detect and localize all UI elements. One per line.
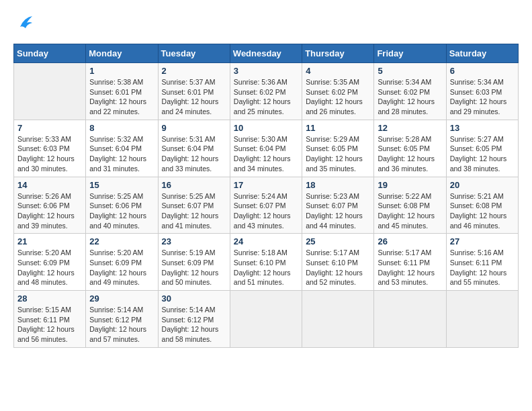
calendar-cell: 30Sunrise: 5:14 AM Sunset: 6:12 PM Dayli… bbox=[158, 291, 230, 348]
calendar-cell: 15Sunrise: 5:25 AM Sunset: 6:06 PM Dayli… bbox=[86, 177, 158, 234]
day-number: 12 bbox=[378, 123, 442, 133]
day-number: 29 bbox=[89, 293, 154, 304]
day-number: 6 bbox=[450, 66, 515, 76]
calendar-cell: 3Sunrise: 5:36 AM Sunset: 6:02 PM Daylig… bbox=[230, 63, 302, 120]
day-number: 11 bbox=[306, 123, 370, 133]
day-number: 3 bbox=[234, 66, 298, 76]
day-info: Sunrise: 5:34 AM Sunset: 6:03 PM Dayligh… bbox=[450, 77, 515, 117]
day-info: Sunrise: 5:14 AM Sunset: 6:12 PM Dayligh… bbox=[162, 305, 226, 345]
day-number: 23 bbox=[162, 236, 226, 246]
day-number: 16 bbox=[162, 180, 226, 190]
calendar-cell: 17Sunrise: 5:24 AM Sunset: 6:07 PM Dayli… bbox=[230, 177, 302, 234]
day-number: 30 bbox=[162, 293, 226, 304]
calendar-cell: 10Sunrise: 5:30 AM Sunset: 6:04 PM Dayli… bbox=[230, 120, 302, 177]
calendar-cell: 26Sunrise: 5:17 AM Sunset: 6:11 PM Dayli… bbox=[374, 234, 446, 291]
calendar-cell: 1Sunrise: 5:38 AM Sunset: 6:01 PM Daylig… bbox=[86, 63, 158, 120]
day-info: Sunrise: 5:38 AM Sunset: 6:01 PM Dayligh… bbox=[89, 77, 154, 117]
day-number: 17 bbox=[234, 180, 298, 190]
calendar-cell: 7Sunrise: 5:33 AM Sunset: 6:03 PM Daylig… bbox=[14, 120, 86, 177]
day-info: Sunrise: 5:30 AM Sunset: 6:04 PM Dayligh… bbox=[234, 134, 298, 174]
page-header bbox=[13, 13, 519, 37]
day-number: 13 bbox=[450, 123, 515, 133]
calendar-cell: 25Sunrise: 5:17 AM Sunset: 6:10 PM Dayli… bbox=[302, 234, 374, 291]
calendar-cell: 13Sunrise: 5:27 AM Sunset: 6:05 PM Dayli… bbox=[446, 120, 518, 177]
day-info: Sunrise: 5:26 AM Sunset: 6:06 PM Dayligh… bbox=[17, 191, 82, 231]
calendar-cell bbox=[446, 291, 518, 348]
day-info: Sunrise: 5:21 AM Sunset: 6:08 PM Dayligh… bbox=[450, 191, 515, 231]
calendar-cell: 2Sunrise: 5:37 AM Sunset: 6:01 PM Daylig… bbox=[158, 63, 230, 120]
logo-bird-icon bbox=[15, 13, 34, 37]
day-info: Sunrise: 5:14 AM Sunset: 6:12 PM Dayligh… bbox=[89, 305, 154, 345]
calendar-cell: 4Sunrise: 5:35 AM Sunset: 6:02 PM Daylig… bbox=[302, 63, 374, 120]
day-number: 7 bbox=[17, 123, 82, 133]
calendar-cell: 12Sunrise: 5:28 AM Sunset: 6:05 PM Dayli… bbox=[374, 120, 446, 177]
day-info: Sunrise: 5:25 AM Sunset: 6:06 PM Dayligh… bbox=[89, 191, 154, 231]
day-number: 1 bbox=[89, 66, 154, 76]
day-info: Sunrise: 5:27 AM Sunset: 6:05 PM Dayligh… bbox=[450, 134, 515, 174]
header-saturday: Saturday bbox=[446, 44, 518, 63]
day-info: Sunrise: 5:22 AM Sunset: 6:08 PM Dayligh… bbox=[378, 191, 442, 231]
day-number: 21 bbox=[17, 236, 82, 246]
day-info: Sunrise: 5:29 AM Sunset: 6:05 PM Dayligh… bbox=[306, 134, 370, 174]
day-number: 18 bbox=[306, 180, 370, 190]
day-number: 8 bbox=[89, 123, 154, 133]
day-number: 27 bbox=[450, 236, 515, 246]
day-info: Sunrise: 5:17 AM Sunset: 6:10 PM Dayligh… bbox=[306, 248, 370, 287]
week-row-2: 14Sunrise: 5:26 AM Sunset: 6:06 PM Dayli… bbox=[14, 177, 519, 234]
day-info: Sunrise: 5:20 AM Sunset: 6:09 PM Dayligh… bbox=[17, 248, 82, 287]
day-number: 14 bbox=[17, 180, 82, 190]
header-row: Sunday Monday Tuesday Wednesday Thursday… bbox=[14, 44, 519, 63]
header-tuesday: Tuesday bbox=[158, 44, 230, 63]
calendar-cell: 14Sunrise: 5:26 AM Sunset: 6:06 PM Dayli… bbox=[14, 177, 86, 234]
day-number: 25 bbox=[306, 236, 370, 246]
day-info: Sunrise: 5:25 AM Sunset: 6:07 PM Dayligh… bbox=[162, 191, 226, 231]
calendar-cell: 28Sunrise: 5:15 AM Sunset: 6:11 PM Dayli… bbox=[14, 291, 86, 348]
calendar-cell: 27Sunrise: 5:16 AM Sunset: 6:11 PM Dayli… bbox=[446, 234, 518, 291]
calendar-cell bbox=[230, 291, 302, 348]
calendar-body: 1Sunrise: 5:38 AM Sunset: 6:01 PM Daylig… bbox=[14, 63, 519, 348]
day-number: 24 bbox=[234, 236, 298, 246]
day-number: 2 bbox=[162, 66, 226, 76]
day-number: 19 bbox=[378, 180, 442, 190]
day-info: Sunrise: 5:35 AM Sunset: 6:02 PM Dayligh… bbox=[306, 77, 370, 117]
day-info: Sunrise: 5:18 AM Sunset: 6:10 PM Dayligh… bbox=[234, 248, 298, 287]
day-info: Sunrise: 5:34 AM Sunset: 6:02 PM Dayligh… bbox=[378, 77, 442, 117]
logo bbox=[13, 13, 34, 37]
day-info: Sunrise: 5:32 AM Sunset: 6:04 PM Dayligh… bbox=[89, 134, 154, 174]
day-number: 9 bbox=[162, 123, 226, 133]
header-monday: Monday bbox=[86, 44, 158, 63]
day-info: Sunrise: 5:31 AM Sunset: 6:04 PM Dayligh… bbox=[162, 134, 226, 174]
calendar-cell: 20Sunrise: 5:21 AM Sunset: 6:08 PM Dayli… bbox=[446, 177, 518, 234]
day-info: Sunrise: 5:17 AM Sunset: 6:11 PM Dayligh… bbox=[378, 248, 442, 287]
day-info: Sunrise: 5:24 AM Sunset: 6:07 PM Dayligh… bbox=[234, 191, 298, 231]
header-friday: Friday bbox=[374, 44, 446, 63]
day-info: Sunrise: 5:15 AM Sunset: 6:11 PM Dayligh… bbox=[17, 305, 82, 345]
calendar-cell: 11Sunrise: 5:29 AM Sunset: 6:05 PM Dayli… bbox=[302, 120, 374, 177]
day-number: 20 bbox=[450, 180, 515, 190]
day-number: 15 bbox=[89, 180, 154, 190]
day-number: 26 bbox=[378, 236, 442, 246]
day-info: Sunrise: 5:37 AM Sunset: 6:01 PM Dayligh… bbox=[162, 77, 226, 117]
day-info: Sunrise: 5:36 AM Sunset: 6:02 PM Dayligh… bbox=[234, 77, 298, 117]
day-info: Sunrise: 5:19 AM Sunset: 6:09 PM Dayligh… bbox=[162, 248, 226, 287]
calendar-cell: 6Sunrise: 5:34 AM Sunset: 6:03 PM Daylig… bbox=[446, 63, 518, 120]
calendar-cell bbox=[302, 291, 374, 348]
day-info: Sunrise: 5:16 AM Sunset: 6:11 PM Dayligh… bbox=[450, 248, 515, 287]
header-thursday: Thursday bbox=[302, 44, 374, 63]
week-row-3: 21Sunrise: 5:20 AM Sunset: 6:09 PM Dayli… bbox=[14, 234, 519, 291]
day-number: 28 bbox=[17, 293, 82, 304]
calendar-cell: 8Sunrise: 5:32 AM Sunset: 6:04 PM Daylig… bbox=[86, 120, 158, 177]
week-row-4: 28Sunrise: 5:15 AM Sunset: 6:11 PM Dayli… bbox=[14, 291, 519, 348]
calendar-cell: 29Sunrise: 5:14 AM Sunset: 6:12 PM Dayli… bbox=[86, 291, 158, 348]
day-number: 10 bbox=[234, 123, 298, 133]
calendar-table: Sunday Monday Tuesday Wednesday Thursday… bbox=[13, 44, 519, 348]
header-wednesday: Wednesday bbox=[230, 44, 302, 63]
calendar-cell: 22Sunrise: 5:20 AM Sunset: 6:09 PM Dayli… bbox=[86, 234, 158, 291]
calendar-header: Sunday Monday Tuesday Wednesday Thursday… bbox=[14, 44, 519, 63]
calendar-cell: 5Sunrise: 5:34 AM Sunset: 6:02 PM Daylig… bbox=[374, 63, 446, 120]
calendar-cell: 18Sunrise: 5:23 AM Sunset: 6:07 PM Dayli… bbox=[302, 177, 374, 234]
day-number: 4 bbox=[306, 66, 370, 76]
calendar-cell: 21Sunrise: 5:20 AM Sunset: 6:09 PM Dayli… bbox=[14, 234, 86, 291]
calendar-cell bbox=[14, 63, 86, 120]
week-row-1: 7Sunrise: 5:33 AM Sunset: 6:03 PM Daylig… bbox=[14, 120, 519, 177]
